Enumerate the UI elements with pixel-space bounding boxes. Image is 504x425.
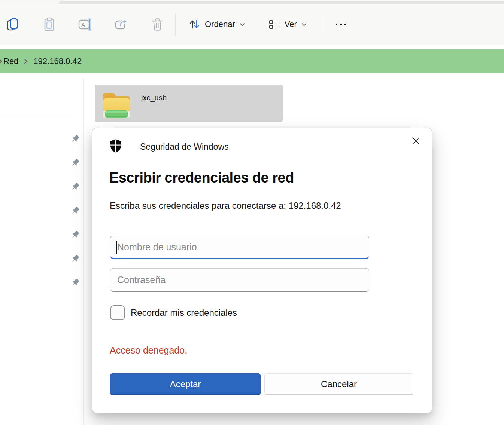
folder-name: lxc_usb <box>141 94 167 102</box>
pin-icon <box>69 229 81 241</box>
remember-credentials-row: Recordar mis credenciales <box>110 305 237 320</box>
breadcrumb-item-host[interactable]: 192.168.0.42 <box>32 55 82 68</box>
delete-button[interactable] <box>149 16 165 33</box>
folder-item-lxc-usb[interactable]: lxc_usb <box>95 85 283 122</box>
close-icon <box>411 136 420 146</box>
navigation-pane-separator <box>0 115 77 115</box>
tab-strip <box>0 0 504 4</box>
cancel-button[interactable]: Cancelar <box>264 373 413 395</box>
password-field-wrapper <box>110 268 369 292</box>
sidebar-pinned-item[interactable] <box>69 253 81 265</box>
error-message: Acceso denegado. <box>110 345 187 356</box>
sort-arrows-icon <box>188 18 200 30</box>
copy-icon <box>6 17 21 32</box>
chevron-down-icon <box>301 23 307 26</box>
pin-icon <box>69 158 81 169</box>
toolbar-separator <box>175 13 176 35</box>
chevron-right-icon <box>24 58 28 64</box>
password-input[interactable] <box>110 269 369 291</box>
view-button-label: Ver <box>285 20 297 28</box>
sidebar-pinned-item[interactable] <box>69 277 81 289</box>
windows-security-dialog: Seguridad de Windows Escribir credencial… <box>92 128 432 413</box>
address-bar: Red 192.168.0.42 <box>0 49 504 73</box>
username-input[interactable] <box>110 236 369 258</box>
trash-icon <box>149 17 164 32</box>
sidebar-pinned-item[interactable] <box>69 157 81 169</box>
pin-icon <box>69 181 81 193</box>
remember-credentials-checkbox[interactable] <box>110 305 125 320</box>
ellipsis-icon <box>336 24 337 25</box>
sidebar-pinned-item[interactable] <box>69 229 81 241</box>
dialog-app-title: Seguridad de Windows <box>140 142 229 152</box>
paste-icon <box>42 17 57 32</box>
share-button[interactable] <box>113 16 129 33</box>
pin-icon <box>69 134 81 145</box>
rename-icon: A <box>78 17 92 32</box>
remember-credentials-label[interactable]: Recordar mis credenciales <box>131 308 237 318</box>
pin-icon <box>69 253 81 265</box>
command-toolbar: A <box>0 4 504 45</box>
sort-button-label: Ordenar <box>205 20 235 28</box>
pin-icon <box>69 277 81 288</box>
text-caret <box>116 241 117 254</box>
sidebar-pinned-item[interactable] <box>69 133 81 145</box>
toolbar-separator <box>321 13 321 35</box>
rename-button[interactable]: A <box>77 16 93 33</box>
sort-button[interactable]: Ordenar <box>185 15 249 33</box>
dialog-subheading: Escriba sus credenciales para conectarse… <box>110 201 341 211</box>
navigation-pane-separator <box>0 402 77 402</box>
share-icon <box>113 17 128 32</box>
view-button[interactable]: Ver <box>265 16 310 33</box>
username-field-wrapper <box>110 236 369 259</box>
more-options-button[interactable] <box>331 16 352 33</box>
copy-button[interactable] <box>5 16 21 33</box>
chevron-down-icon <box>240 23 245 26</box>
dialog-heading: Escribir credenciales de red <box>109 170 294 186</box>
navigation-pane-divider <box>83 79 84 425</box>
pin-icon <box>69 205 81 217</box>
sidebar-pinned-item[interactable] <box>69 181 81 193</box>
file-explorer-window: A <box>0 0 504 425</box>
paste-button[interactable] <box>41 16 57 33</box>
svg-text:A: A <box>81 22 85 28</box>
folder-usb-icon <box>101 89 132 121</box>
breadcrumb-item-red[interactable]: Red <box>2 55 19 68</box>
sidebar-pinned-item[interactable] <box>69 205 81 217</box>
close-button[interactable] <box>408 133 423 148</box>
windows-security-shield-icon <box>109 139 122 155</box>
accept-button[interactable]: Aceptar <box>110 373 261 395</box>
list-view-icon <box>269 19 280 30</box>
